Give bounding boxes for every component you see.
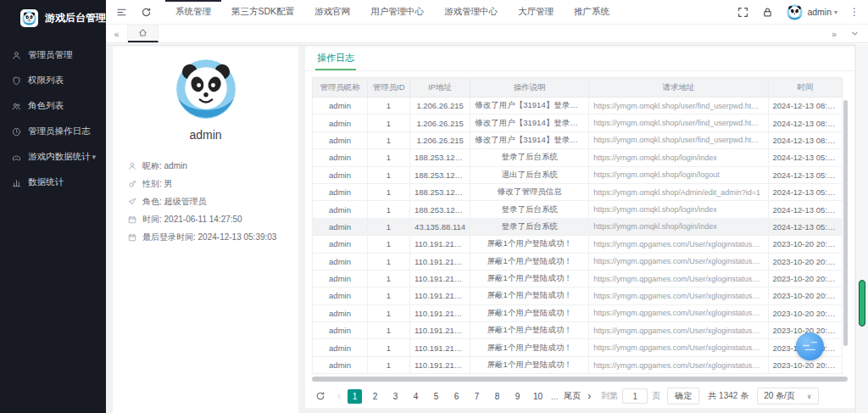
table-row[interactable]: admin1110.191.218.225屏蔽1个用户登陆成功！https://… xyxy=(313,253,843,270)
profile-avatar xyxy=(113,59,298,120)
table-cell: 1.206.26.215 xyxy=(410,114,470,131)
profile-field-text: 最后登录时间: 2024-12-13 05:39:03 xyxy=(142,232,276,243)
floating-assistant-ball[interactable] xyxy=(795,332,825,361)
column-header: 时间 xyxy=(768,78,843,98)
page-size-select[interactable]: 20 条/页 ∨ xyxy=(757,388,819,405)
user-name: admin xyxy=(807,7,832,17)
page-scrollbar-track[interactable] xyxy=(855,44,868,413)
shrink-sidebar-icon[interactable] xyxy=(116,7,127,18)
sidebar-item-permission-list[interactable]: 权限列表 xyxy=(0,68,106,93)
page-button-9[interactable]: 9 xyxy=(510,389,525,404)
sidebar-item-label: 权限列表 xyxy=(28,75,64,87)
page-button-5[interactable]: 5 xyxy=(429,389,443,404)
page-button-3[interactable]: 3 xyxy=(388,389,403,404)
table-cell: 1 xyxy=(368,356,410,373)
tab-operation-log[interactable]: 操作日志 xyxy=(315,52,356,70)
table-cell: admin xyxy=(313,183,368,200)
table-cell: 2024-12-13 05:37:31 xyxy=(768,218,843,235)
page-button-4[interactable]: 4 xyxy=(409,389,423,404)
page-button-7[interactable]: 7 xyxy=(470,389,484,404)
fullscreen-icon[interactable] xyxy=(737,7,748,18)
table-cell: 43.135.88.114 xyxy=(410,218,470,235)
sidebar-item-admin-operation-log[interactable]: 管理员操作日志 xyxy=(0,119,106,144)
sidebar-item-role-list[interactable]: 角色列表 xyxy=(0,93,106,119)
table-vertical-scrollbar[interactable] xyxy=(843,100,848,346)
page-button-10[interactable]: 10 xyxy=(531,389,545,404)
topnav-item-2[interactable]: 第三方SDK配置 xyxy=(221,0,304,24)
table-row[interactable]: admin11.206.26.215修改了用户【31914】登录密码https:… xyxy=(313,131,843,148)
table-row[interactable]: admin1110.191.218.225屏蔽1个用户登陆成功！https://… xyxy=(313,236,843,253)
scroll-tabs-left-icon[interactable]: « xyxy=(106,25,128,42)
table-row[interactable]: admin1188.253.121.68登录了后台系统https://ymgm.… xyxy=(313,149,843,166)
table-cell: https://ymgm.qpgames.com/User/xgloginsta… xyxy=(589,253,768,270)
table-cell: 1.206.26.215 xyxy=(410,131,470,148)
confirm-button[interactable]: 确定 xyxy=(667,388,699,405)
tabs-dropdown-icon[interactable] xyxy=(850,29,860,38)
table-cell: https://ymgm.omqkl.shop/login/index xyxy=(589,149,768,166)
sidebar-item-label: 数据统计 xyxy=(28,176,64,188)
shield-icon xyxy=(12,76,21,86)
page-button-8[interactable]: 8 xyxy=(490,389,504,404)
prev-page-icon[interactable]: ‹ xyxy=(337,390,341,402)
table-row[interactable]: admin1110.191.218.225屏蔽1个用户登陆成功！https://… xyxy=(313,270,843,287)
table-cell: 屏蔽1个用户登陆成功！ xyxy=(470,339,589,356)
table-row[interactable]: admin11.206.26.215修改了用户【31914】登录密码https:… xyxy=(313,98,843,114)
table-cell: 1 xyxy=(368,287,410,304)
home-tab[interactable] xyxy=(128,25,159,42)
sidebar-item-game-data-stats[interactable]: 游戏内数据统计▾ xyxy=(0,144,106,170)
table-row[interactable]: admin1110.191.218.225屏蔽1个用户登陆成功！https://… xyxy=(313,356,843,373)
table-cell: 1 xyxy=(368,270,410,287)
table-cell: 修改了管理员信息 xyxy=(470,183,589,200)
topnav-item-3[interactable]: 游戏官网 xyxy=(304,0,360,24)
goto-page-input[interactable] xyxy=(622,388,648,404)
table-row[interactable]: admin11.206.26.215修改了用户【31914】登录密码https:… xyxy=(313,114,843,131)
user-menu[interactable]: admin ▾ xyxy=(787,4,837,20)
page-button-6[interactable]: 6 xyxy=(449,389,464,404)
log-table-wrap: 管理员昵称管理员IDIP地址操作说明请求地址时间 admin11.206.26.… xyxy=(312,77,848,374)
pagination-refresh-icon[interactable] xyxy=(315,391,326,401)
table-row[interactable]: admin1188.253.121.68退出了后台系统https://ymgm.… xyxy=(313,166,843,183)
topnav-item-6[interactable]: 大厅管理 xyxy=(508,0,564,24)
table-cell: 屏蔽1个用户登陆成功！ xyxy=(470,304,589,321)
last-page-button[interactable]: 尾页 xyxy=(564,390,581,402)
panda-logo-icon xyxy=(20,9,38,27)
sidebar-item-admin-management[interactable]: 管理员管理 xyxy=(0,42,106,68)
scroll-tabs-right-icon[interactable]: » xyxy=(832,29,837,39)
topnav-item-7[interactable]: 推广系统 xyxy=(564,0,620,24)
profile-field: 性别: 男 xyxy=(128,175,298,193)
table-cell: 1 xyxy=(368,201,410,218)
table-row[interactable]: admin1110.191.218.225屏蔽1个用户登陆成功！https://… xyxy=(313,339,843,356)
sidebar-item-label: 游戏内数据统计 xyxy=(28,151,91,163)
lock-icon[interactable] xyxy=(762,7,773,18)
table-row[interactable]: admin1110.191.218.225屏蔽1个用户登陆成功！https://… xyxy=(313,304,843,321)
app-logo[interactable]: 游戏后台管理 xyxy=(0,0,106,29)
table-row[interactable]: admin1110.191.218.225屏蔽1个用户登陆成功！https://… xyxy=(313,322,843,339)
column-header: 管理员ID xyxy=(368,78,410,98)
table-cell: https://ymgm.qpgames.com/User/xgloginsta… xyxy=(589,304,768,321)
table-horizontal-scrollbar[interactable] xyxy=(312,377,848,382)
table-cell: 188.253.121.68 xyxy=(410,201,470,218)
page-scrollbar-thumb[interactable] xyxy=(859,280,865,326)
topnav-item-5[interactable]: 游戏管理中心 xyxy=(434,0,508,24)
next-page-icon[interactable]: › xyxy=(587,390,591,402)
table-row[interactable]: admin1188.253.121.68修改了管理员信息https://ymgm… xyxy=(313,183,843,200)
table-cell: https://ymgm.qpgames.com/User/xgloginsta… xyxy=(589,339,768,356)
table-cell: 188.253.121.68 xyxy=(410,149,470,166)
send-icon xyxy=(128,198,136,206)
sidebar: 游戏后台管理 管理员管理权限列表角色列表管理员操作日志游戏内数据统计▾数据统计 xyxy=(0,0,106,413)
topnav-item-1[interactable]: 系统管理 xyxy=(165,0,221,24)
sidebar-item-data-stats[interactable]: 数据统计 xyxy=(0,170,106,195)
page-button-2[interactable]: 2 xyxy=(368,389,382,404)
table-cell: 1 xyxy=(368,253,410,270)
profile-field-text: 角色: 超级管理员 xyxy=(142,196,207,208)
page-button-1[interactable]: 1 xyxy=(348,389,362,404)
table-cell: 1 xyxy=(368,339,410,356)
table-row[interactable]: admin1110.191.218.225屏蔽1个用户登陆成功！https://… xyxy=(313,287,843,304)
user-icon xyxy=(12,51,21,60)
table-row[interactable]: admin143.135.88.114登录了后台系统https://ymgm.o… xyxy=(313,218,843,235)
table-row[interactable]: admin1188.253.121.68登录了后台系统https://ymgm.… xyxy=(313,201,843,218)
more-options-icon[interactable]: ⋮ xyxy=(849,6,860,18)
table-cell: admin xyxy=(313,339,368,356)
topnav-item-4[interactable]: 用户管理中心 xyxy=(360,0,434,24)
refresh-icon[interactable] xyxy=(141,7,152,18)
